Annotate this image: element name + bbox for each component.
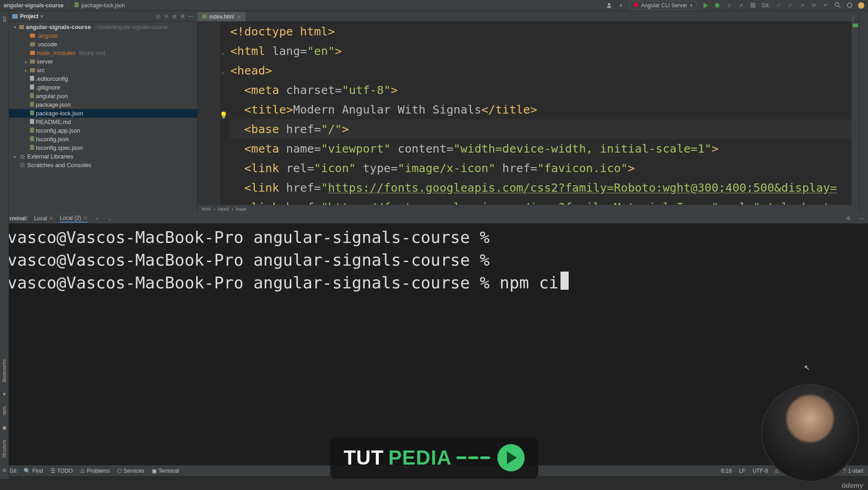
tree-row[interactable]: tsconfig.json bbox=[9, 135, 197, 144]
watermark-part1: TUT bbox=[343, 446, 384, 469]
git-history-icon[interactable]: ⟳ bbox=[811, 2, 817, 9]
file-icon bbox=[30, 119, 34, 125]
git-push-icon[interactable]: ↗ bbox=[799, 2, 805, 9]
collapse-all-icon[interactable]: ≣ bbox=[170, 13, 179, 20]
more-icon[interactable]: ⋮ bbox=[850, 15, 856, 21]
terminal-tab-local[interactable]: Local✕ bbox=[34, 215, 54, 222]
tree-row[interactable]: package-lock.json bbox=[9, 109, 197, 118]
code-line[interactable]: <!doctype html> bbox=[230, 22, 852, 41]
code-line[interactable]: <title>Modern Angular With Signals</titl… bbox=[230, 100, 852, 119]
new-terminal-icon[interactable]: ＋ bbox=[94, 215, 100, 222]
run-coverage-icon[interactable]: ⎋ bbox=[726, 2, 732, 9]
gear-icon[interactable]: ✼ bbox=[845, 215, 852, 222]
tree-row[interactable]: node_moduleslibrary root bbox=[9, 49, 197, 57]
git-rollback-icon[interactable]: ↶ bbox=[823, 2, 829, 9]
search-icon[interactable] bbox=[834, 2, 841, 9]
fold-marker-icon[interactable]: ⌄ bbox=[221, 62, 225, 81]
project-tree[interactable]: ▾ angular-signals-course ~/code/angular-… bbox=[9, 22, 198, 213]
caret-position[interactable]: 6:18 bbox=[721, 468, 732, 474]
stop-icon[interactable] bbox=[749, 2, 756, 9]
structure-toolwindow-tab[interactable]: Structure bbox=[2, 440, 7, 458]
debug-icon[interactable] bbox=[714, 2, 720, 9]
close-icon[interactable]: ✕ bbox=[237, 14, 241, 20]
code-line[interactable]: <html lang="en"> bbox=[230, 41, 852, 61]
tree-row[interactable]: .editorconfig bbox=[9, 74, 197, 83]
code-line[interactable]: <meta name="viewport" content="width=dev… bbox=[230, 139, 852, 158]
svg-point-2 bbox=[835, 3, 838, 6]
tree-row[interactable]: ▸src bbox=[9, 66, 197, 74]
tree-item-label: src bbox=[37, 67, 45, 74]
find-toolwindow-button[interactable]: 🔍Find bbox=[24, 468, 43, 474]
tree-scratches[interactable]: ⊟ Scratches and Consoles bbox=[9, 161, 197, 169]
tree-row[interactable]: package.json bbox=[9, 100, 197, 109]
tree-row[interactable]: angular.json bbox=[9, 92, 197, 100]
file-encoding[interactable]: UTF-8 bbox=[753, 468, 768, 474]
tree-row[interactable]: tsconfig.spec.json bbox=[9, 144, 197, 152]
code-line[interactable]: <meta charset="utf-8"> bbox=[230, 80, 852, 100]
hide-icon[interactable]: — bbox=[187, 13, 195, 20]
fold-gutter[interactable]: ⌄ ⌄ 💡 bbox=[220, 22, 227, 205]
tree-row[interactable]: README.md bbox=[9, 118, 197, 126]
npm-toolwindow-tab[interactable]: npm bbox=[2, 406, 7, 415]
chevron-down-icon[interactable]: ⌄ bbox=[107, 215, 113, 222]
chevron-right-icon: ▸ bbox=[24, 68, 28, 73]
tree-item-label: package-lock.json bbox=[36, 110, 83, 117]
code-line[interactable]: <link href="https://fonts.googleapis.com… bbox=[230, 178, 852, 198]
breadcrumb-file[interactable]: package-lock.json bbox=[81, 2, 125, 9]
avatar-icon[interactable] bbox=[858, 2, 864, 9]
code-line[interactable]: <head> bbox=[230, 61, 852, 80]
tree-item-label: .vscode bbox=[37, 41, 57, 48]
git-branch[interactable]: ᛘ1-start bbox=[843, 468, 863, 474]
services-toolwindow-button[interactable]: ⬡Services bbox=[117, 468, 144, 474]
breadcrumb-item[interactable]: base bbox=[236, 206, 247, 212]
hide-icon[interactable]: — bbox=[858, 215, 864, 222]
tree-item-label: angular.json bbox=[36, 93, 68, 99]
breadcrumb-item[interactable]: head bbox=[218, 206, 228, 212]
code-content[interactable]: <!doctype html><html lang="en"><head> <m… bbox=[227, 22, 852, 205]
locate-icon[interactable]: ◎ bbox=[154, 13, 162, 20]
code-line[interactable]: <base href="/"> bbox=[230, 119, 852, 139]
tree-row[interactable]: .angular bbox=[9, 31, 197, 40]
editor-tab-index-html[interactable]: index.html ✕ bbox=[198, 12, 246, 21]
line-separator[interactable]: LF bbox=[739, 468, 745, 474]
breadcrumb-item[interactable]: html bbox=[201, 206, 211, 212]
breadcrumb-project[interactable]: angular-signals-course bbox=[4, 2, 64, 9]
code-line[interactable]: <link href="https://fonts.googleapis.com… bbox=[230, 198, 852, 205]
tree-external-libs[interactable]: ▸ ⊞ External Libraries bbox=[9, 152, 197, 161]
git-update-icon[interactable]: ✓ bbox=[775, 2, 782, 9]
fold-marker-icon[interactable]: ⌄ bbox=[221, 42, 225, 62]
code-line[interactable]: <link rel="icon" type="image/x-icon" hre… bbox=[230, 158, 852, 178]
tree-row[interactable]: tsconfig.app.json bbox=[9, 126, 197, 135]
tree-item-label: package.json bbox=[36, 101, 71, 108]
terminal-line: vasco@Vascos-MacBook-Pro angular-signals… bbox=[7, 226, 861, 249]
editor-right-gutter bbox=[852, 22, 859, 205]
close-icon[interactable]: ✕ bbox=[83, 215, 88, 221]
tree-item-label: node_modules bbox=[37, 49, 75, 56]
run-configuration-selector[interactable]: Angular CLI Server ▾ bbox=[630, 1, 697, 10]
gear-icon[interactable]: ✼ bbox=[179, 13, 187, 20]
chevron-down-icon[interactable]: ▾ bbox=[618, 2, 624, 9]
tree-row[interactable]: ▸server bbox=[9, 57, 197, 66]
git-commit-icon[interactable]: ✓ bbox=[787, 2, 794, 9]
users-icon[interactable] bbox=[606, 2, 612, 9]
code-editor[interactable]: ⌄ ⌄ 💡 <!doctype html><html lang="en"><he… bbox=[198, 22, 859, 205]
analysis-ok-icon[interactable] bbox=[853, 24, 858, 27]
editor-breadcrumbs[interactable]: html› head› base bbox=[198, 205, 859, 213]
ide-settings-icon[interactable] bbox=[846, 2, 853, 9]
tree-root-row[interactable]: ▾ angular-signals-course ~/code/angular-… bbox=[9, 23, 197, 31]
bookmarks-toolwindow-tab[interactable]: Bookmarks bbox=[2, 359, 7, 382]
todo-toolwindow-button[interactable]: ☰TODO bbox=[50, 468, 73, 474]
terminal-tab-local-2[interactable]: Local (2)✕ bbox=[60, 215, 88, 223]
chevron-down-icon[interactable]: ▾ bbox=[40, 13, 43, 20]
problems-toolwindow-button[interactable]: ⚠Problems bbox=[80, 468, 110, 474]
terminal-toolwindow-button[interactable]: ▣Terminal bbox=[152, 468, 179, 474]
tree-row[interactable]: .gitignore bbox=[9, 83, 197, 92]
expand-all-icon[interactable]: ≡ bbox=[162, 13, 170, 20]
tree-row[interactable]: .vscode bbox=[9, 40, 197, 49]
terminal-panel: Terminal: Local✕ Local (2)✕ ＋ ⌄ ✼ — vasc… bbox=[0, 213, 868, 465]
run-icon[interactable] bbox=[702, 2, 709, 9]
terminal-body[interactable]: vasco@Vascos-MacBook-Pro angular-signals… bbox=[0, 223, 868, 465]
profile-icon[interactable]: ↗ bbox=[738, 2, 744, 9]
close-icon[interactable]: ✕ bbox=[49, 215, 54, 222]
terminal-icon: ▣ bbox=[152, 468, 157, 474]
